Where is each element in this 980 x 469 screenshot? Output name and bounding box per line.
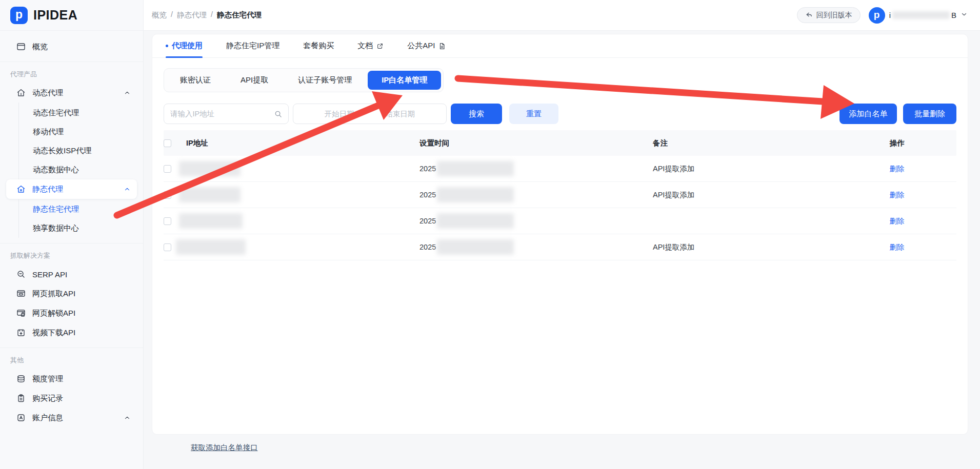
reset-button[interactable]: 重置 — [509, 104, 558, 124]
column-header-set-time: 设置时间 — [419, 138, 653, 148]
table-row: 2025 API提取添加 删除 — [164, 182, 956, 208]
sidebar-item-video-download-api[interactable]: 视频下载API — [6, 323, 137, 342]
sidebar-item-serp-api[interactable]: SERP API — [6, 264, 137, 284]
search-button[interactable]: 搜索 — [451, 104, 502, 124]
sidebar-item-mobile-proxy[interactable]: 移动代理 — [19, 122, 143, 141]
set-time-blurred — [437, 239, 514, 255]
sidebar-item-label: 静态代理 — [32, 185, 63, 194]
main-card: 代理使用 静态住宅IP管理 套餐购买 文档 公 — [152, 34, 968, 435]
subtab-ip-whitelist-management[interactable]: IP白名单管理 — [368, 71, 441, 90]
sidebar-item-label: 动态代理 — [32, 88, 63, 98]
tab-label: 套餐购买 — [303, 41, 334, 51]
breadcrumb-separator: / — [171, 10, 173, 20]
tab-static-residential-ip-management[interactable]: 静态住宅IP管理 — [226, 34, 279, 57]
sidebar-section-scraping: 抓取解决方案 — [0, 243, 143, 264]
quota-coins-icon — [16, 374, 26, 383]
row-checkbox[interactable] — [164, 165, 171, 173]
select-all-checkbox[interactable] — [164, 139, 171, 147]
web-scraping-icon — [16, 289, 26, 298]
row-checkbox[interactable] — [164, 217, 171, 225]
card-body: 账密认证 API提取 认证子账号管理 IP白名单管理 — [152, 58, 968, 271]
tab-docs[interactable]: 文档 — [357, 34, 384, 57]
sidebar-item-static-residential[interactable]: 静态住宅代理 — [19, 199, 143, 218]
sidebar-item-purchase-records[interactable]: 购买记录 — [6, 389, 137, 408]
delete-link[interactable]: 删除 — [890, 217, 905, 225]
username-suffix: B — [951, 11, 956, 19]
sidebar-item-web-unlock-api[interactable]: 网页解锁API — [6, 303, 137, 323]
ip-search-input[interactable] — [170, 110, 270, 118]
web-unlock-icon — [16, 309, 26, 318]
sidebar-item-dynamic-datacenter[interactable]: 动态数据中心 — [19, 160, 143, 179]
sidebar-item-dynamic-proxy[interactable]: 动态代理 — [6, 83, 137, 103]
sidebar: p IPIDEA 概览 代理产品 动态代理 动态 — [0, 0, 144, 469]
tab-label: 文档 — [357, 41, 373, 51]
whitelist-table: IP地址 设置时间 备注 操作 2025 API提取添加 删除 — [164, 130, 956, 260]
ip-search-field — [164, 104, 289, 124]
row-checkbox[interactable] — [164, 191, 171, 199]
sidebar-nav: 概览 代理产品 动态代理 动态住宅代理 移动代理 动态长效ISP代理 动态数据中… — [0, 31, 143, 427]
sidebar-item-label: 网页解锁API — [32, 309, 75, 318]
sidebar-item-dedicated-datacenter[interactable]: 独享数据中心 — [19, 218, 143, 237]
chevron-down-icon — [961, 11, 968, 20]
document-icon — [438, 43, 446, 50]
sidebar-item-static-proxy[interactable]: 静态代理 — [6, 179, 137, 199]
add-whitelist-button[interactable]: 添加白名单 — [839, 104, 897, 124]
column-header-action: 操作 — [837, 138, 956, 148]
table-row: 2025 API提取添加 删除 — [164, 156, 956, 182]
sidebar-item-label: SERP API — [32, 270, 67, 279]
delete-link[interactable]: 删除 — [890, 191, 905, 199]
main-area: 概览 / 静态代理 / 静态住宅代理 回到旧版本 p i — [144, 0, 980, 469]
end-date-placeholder: 结束日期 — [385, 109, 415, 119]
tab-plan-purchase[interactable]: 套餐购买 — [303, 34, 334, 57]
set-time-prefix: 2025 — [419, 217, 436, 225]
sidebar-item-web-scraping-api[interactable]: 网页抓取API — [6, 284, 137, 303]
brand-logo: p IPIDEA — [0, 0, 143, 31]
row-checkbox[interactable] — [164, 243, 171, 251]
user-menu[interactable]: p i B — [869, 7, 968, 24]
video-download-icon — [16, 328, 26, 337]
tab-label: 代理使用 — [172, 41, 203, 51]
static-proxy-icon — [16, 185, 26, 194]
static-proxy-submenu: 静态住宅代理 独享数据中心 — [18, 199, 143, 238]
brand-name: IPIDEA — [33, 8, 77, 23]
purchase-record-icon — [16, 394, 26, 403]
sidebar-item-quota-management[interactable]: 额度管理 — [6, 369, 137, 389]
sidebar-item-label: 网页抓取API — [32, 289, 75, 299]
subtab-sub-account-management[interactable]: 认证子账号管理 — [284, 71, 366, 90]
table-row: 2025 删除 — [164, 208, 956, 234]
set-time-blurred — [437, 213, 514, 229]
get-whitelist-api-link[interactable]: 获取添加白名单接口 — [191, 443, 258, 453]
undo-arrow-icon — [805, 11, 813, 19]
subtab-api-extraction[interactable]: API提取 — [227, 71, 282, 90]
sidebar-item-overview[interactable]: 概览 — [6, 37, 137, 56]
delete-link[interactable]: 删除 — [890, 165, 905, 173]
tab-public-api[interactable]: 公共API — [407, 34, 446, 57]
search-icon — [274, 110, 282, 118]
sidebar-section-other: 其他 — [0, 348, 143, 369]
breadcrumb-current: 静态住宅代理 — [217, 10, 262, 20]
serp-search-icon — [16, 270, 26, 279]
back-to-old-version-button[interactable]: 回到旧版本 — [797, 7, 861, 23]
tab-proxy-usage[interactable]: 代理使用 — [166, 34, 203, 57]
delete-link[interactable]: 删除 — [890, 243, 905, 251]
remark-cell: API提取添加 — [653, 190, 837, 200]
batch-delete-button[interactable]: 批量删除 — [903, 104, 956, 124]
sidebar-item-account-info[interactable]: 账户信息 — [6, 408, 137, 427]
sidebar-item-label: 购买记录 — [32, 394, 63, 403]
table-row: 2025 API提取添加 删除 — [164, 234, 956, 260]
subtab-account-auth[interactable]: 账密认证 — [166, 71, 225, 90]
ip-blurred-value — [179, 213, 243, 229]
set-time-prefix: 2025 — [419, 191, 436, 199]
date-range-picker[interactable]: 开始日期 结束日期 — [293, 104, 447, 124]
sidebar-item-label: 账户信息 — [32, 413, 63, 423]
column-header-remark: 备注 — [653, 138, 837, 148]
sidebar-item-dynamic-residential[interactable]: 动态住宅代理 — [19, 103, 143, 122]
breadcrumb-static-proxy[interactable]: 静态代理 — [177, 10, 207, 20]
breadcrumb: 概览 / 静态代理 / 静态住宅代理 — [152, 10, 262, 20]
sidebar-item-long-isp[interactable]: 动态长效ISP代理 — [19, 141, 143, 160]
breadcrumb-overview[interactable]: 概览 — [152, 10, 167, 20]
account-info-icon — [16, 413, 26, 422]
table-header-row: IP地址 设置时间 备注 操作 — [164, 130, 956, 156]
dynamic-proxy-submenu: 动态住宅代理 移动代理 动态长效ISP代理 动态数据中心 — [18, 103, 143, 179]
filter-toolbar: 开始日期 结束日期 搜索 重置 添加白名单 批量删除 — [164, 104, 956, 124]
